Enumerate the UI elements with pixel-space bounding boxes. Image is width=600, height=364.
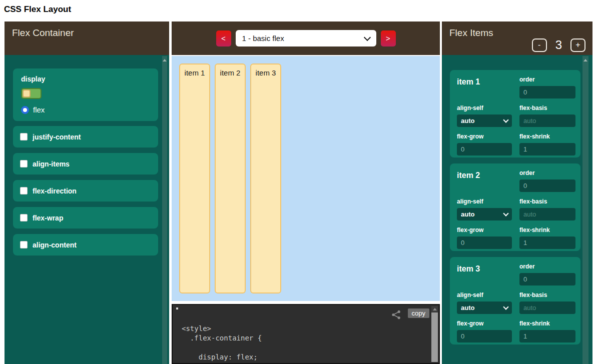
preview-flex-item: item 3 <box>250 64 281 294</box>
flex-basis-field: flex-basis <box>519 292 575 314</box>
flex-basis-input[interactable] <box>519 114 575 127</box>
item-card-title: item 2 <box>457 170 512 192</box>
page-title: CSS Flex Layout <box>4 4 71 14</box>
right-panel-scrollbar[interactable] <box>582 56 588 364</box>
flex-container-panel-body: display flex justify-content align-item <box>5 55 169 364</box>
align-self-label: align-self <box>457 292 512 298</box>
chevron-down-icon <box>503 304 508 310</box>
display-toggle-knob[interactable] <box>23 90 31 98</box>
align-self-field: align-self auto <box>457 104 512 127</box>
align-self-select[interactable]: auto <box>457 302 512 314</box>
flex-grow-field: flex-grow <box>457 226 512 249</box>
item-count-control: - 3 + <box>532 38 585 52</box>
align-self-label: align-self <box>457 104 512 112</box>
display-card: display flex <box>13 68 158 121</box>
prev-example-button[interactable]: < <box>216 30 231 46</box>
flex-shrink-field: flex-shrink <box>519 320 575 342</box>
code-line: <style> <box>182 324 428 334</box>
scroll-up-arrow-icon[interactable] <box>583 59 587 62</box>
align-self-field: align-self auto <box>457 292 512 314</box>
order-field: order <box>519 76 575 98</box>
flex-shrink-field: flex-shrink <box>519 133 575 156</box>
flex-shrink-label: flex-shrink <box>519 320 575 327</box>
flex-preview-container: item 1 item 2 item 3 <box>172 56 440 301</box>
property-card-align-content[interactable]: align-content <box>13 234 158 256</box>
property-card-justify-content[interactable]: justify-content <box>13 126 158 148</box>
checkbox-unchecked-icon[interactable] <box>20 214 28 222</box>
app-root: CSS Flex Layout Flex Container display f… <box>0 0 600 364</box>
order-input[interactable] <box>519 180 575 192</box>
item-settings-card-1: item 1 order align-self auto <box>450 70 580 158</box>
preview-flex-item: item 2 <box>215 64 246 294</box>
flex-basis-label: flex-basis <box>519 198 575 205</box>
flex-shrink-field: flex-shrink <box>519 226 575 249</box>
code-line: display: flex; <box>182 352 428 362</box>
flex-grow-input[interactable] <box>457 330 512 342</box>
flex-grow-label: flex-grow <box>457 320 512 327</box>
display-flex-option[interactable]: flex <box>21 106 150 114</box>
flex-shrink-label: flex-shrink <box>519 133 575 140</box>
flex-container-panel: Flex Container display flex justify-cont… <box>5 22 169 364</box>
copy-code-button[interactable]: copy <box>408 308 429 318</box>
item-count-value: 3 <box>555 38 562 52</box>
flex-basis-input[interactable] <box>519 302 575 314</box>
display-flex-option-label: flex <box>33 106 45 114</box>
property-card-align-items[interactable]: align-items <box>13 153 158 174</box>
align-self-select-value: auto <box>461 210 474 218</box>
flex-shrink-input[interactable] <box>519 236 575 249</box>
flex-basis-label: flex-basis <box>519 292 575 298</box>
checkbox-unchecked-icon[interactable] <box>20 160 28 168</box>
display-toggle[interactable] <box>21 88 42 99</box>
property-card-flex-wrap[interactable]: flex-wrap <box>13 207 158 228</box>
flex-basis-label: flex-basis <box>519 104 575 112</box>
checkbox-unchecked-icon[interactable] <box>20 187 28 194</box>
chevron-down-icon <box>363 34 370 40</box>
left-panel-scrollbar[interactable] <box>162 56 167 364</box>
code-panel-scrollbar[interactable] <box>431 306 438 362</box>
flex-container-panel-title: Flex Container <box>12 28 162 38</box>
order-input[interactable] <box>519 273 575 286</box>
align-self-select[interactable]: auto <box>457 114 512 127</box>
radio-checked-icon[interactable] <box>21 106 29 114</box>
flex-grow-label: flex-grow <box>457 133 512 140</box>
next-example-button[interactable]: > <box>381 30 396 46</box>
checkbox-unchecked-icon[interactable] <box>20 133 28 140</box>
scroll-up-arrow-icon[interactable] <box>433 308 437 310</box>
item-settings-card-2: item 2 order align-self auto <box>450 164 580 251</box>
flex-container-panel-header: Flex Container <box>5 22 169 55</box>
flex-shrink-input[interactable] <box>519 143 575 156</box>
flex-grow-input[interactable] <box>457 143 512 156</box>
scroll-up-arrow-icon[interactable] <box>163 59 167 62</box>
example-select[interactable]: 1 - basic flex <box>236 30 376 46</box>
flex-basis-field: flex-basis <box>519 104 575 127</box>
item-card-title: item 1 <box>457 76 512 98</box>
item-card-title: item 3 <box>457 263 512 286</box>
code-line: .flex-container { <box>182 334 428 343</box>
share-icon[interactable] <box>391 310 402 320</box>
property-card-flex-direction[interactable]: flex-direction <box>13 180 158 202</box>
flex-shrink-input[interactable] <box>519 330 575 342</box>
remove-item-button[interactable]: - <box>532 38 547 52</box>
flex-items-panel-title: Flex Items <box>449 28 585 38</box>
order-label: order <box>519 170 575 176</box>
property-label: align-items <box>33 160 70 168</box>
order-field: order <box>519 263 575 286</box>
order-label: order <box>519 263 575 270</box>
code-snippet: <style> .flex-container { display: flex; <box>182 324 428 362</box>
align-self-select[interactable]: auto <box>457 208 512 220</box>
chevron-down-icon <box>503 210 508 216</box>
flex-grow-input[interactable] <box>457 236 512 249</box>
code-panel: copy <style> .flex-container { display: … <box>172 304 440 364</box>
flex-items-panel-body: item 1 order align-self auto <box>442 55 592 364</box>
property-label: justify-content <box>33 133 81 141</box>
flex-basis-input[interactable] <box>519 208 575 220</box>
checkbox-unchecked-icon[interactable] <box>20 241 28 248</box>
order-input[interactable] <box>519 86 575 98</box>
order-field: order <box>519 170 575 192</box>
scrollbar-thumb[interactable] <box>431 312 438 362</box>
add-item-button[interactable]: + <box>570 38 585 52</box>
flex-grow-field: flex-grow <box>457 133 512 156</box>
code-line <box>182 343 428 352</box>
display-label: display <box>21 75 150 83</box>
item-settings-card-3: item 3 order align-self auto <box>450 257 580 344</box>
